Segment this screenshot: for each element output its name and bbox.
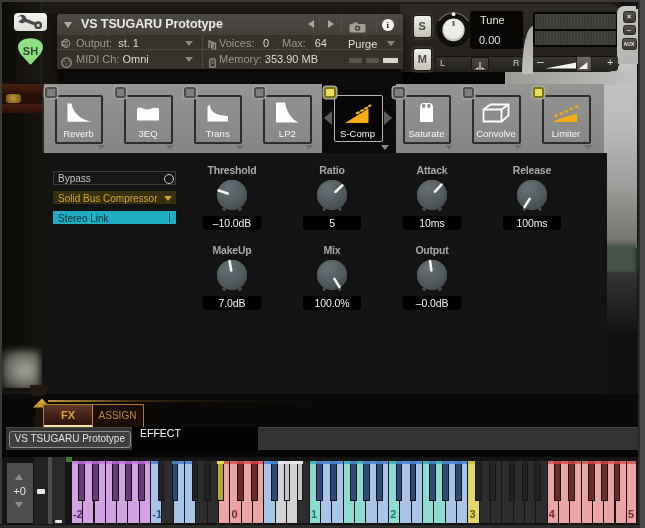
svg-text:SH: SH [23, 45, 38, 57]
